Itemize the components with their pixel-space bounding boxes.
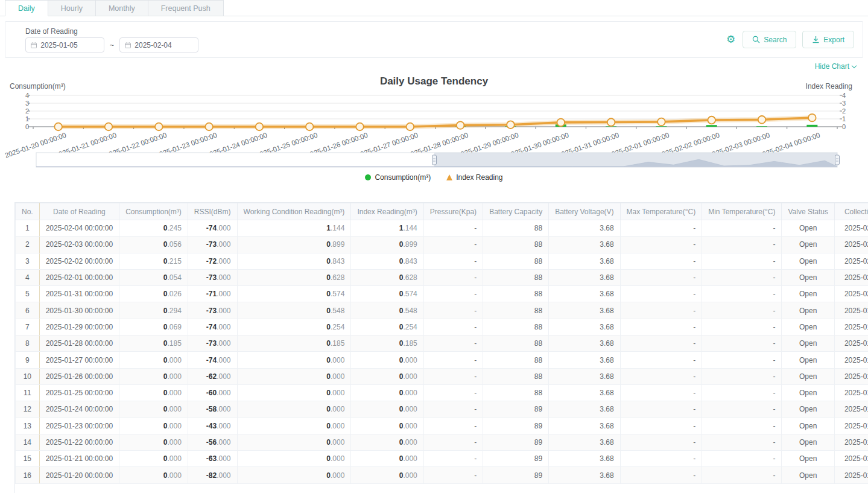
- datazoom-handle-right[interactable]: [835, 155, 840, 165]
- table-cell: -71.000: [188, 286, 237, 302]
- table-cell: 3.68: [549, 220, 620, 237]
- table-row: 142025-01-22 00:00:000.000-56.0000.0000.…: [16, 434, 868, 450]
- hide-chart-label: Hide Chart: [815, 62, 849, 71]
- table-cell: -62.000: [188, 368, 237, 384]
- table-cell: -: [423, 286, 483, 302]
- table-cell: 0.000: [119, 352, 188, 368]
- column-header: Battery Capacity: [483, 203, 549, 220]
- end-date-field[interactable]: [119, 37, 198, 52]
- table-cell: 2025-01-24 00:00:00: [39, 401, 119, 418]
- table-cell: -: [620, 434, 702, 450]
- export-button[interactable]: Export: [802, 31, 854, 48]
- tab-frequent-push[interactable]: Frequent Push: [148, 0, 224, 16]
- hide-chart-toggle[interactable]: Hide Chart: [815, 62, 856, 71]
- table-cell: 0.254: [237, 319, 351, 335]
- table-cell: Open: [782, 237, 834, 253]
- table-cell: 2025-02-04 00:00:00: [39, 220, 119, 237]
- daily-usage-chart: 00112233442025-01-20 00:00:002025-01-21 …: [0, 91, 868, 172]
- table-cell: 88: [483, 352, 549, 368]
- table-cell: -: [423, 319, 483, 335]
- column-header: RSSI(dBm): [188, 203, 237, 220]
- start-date-input[interactable]: [40, 41, 99, 49]
- table-cell: 2: [16, 237, 40, 253]
- table-cell: -: [702, 286, 782, 302]
- table-cell: 2025-02-03 10:: [834, 253, 868, 269]
- table-cell: -73.000: [188, 237, 237, 253]
- table-cell: 2025-01-31 10:: [834, 302, 868, 319]
- table-cell: 2025-01-27 00:00:00: [39, 352, 119, 368]
- table-cell: -58.000: [188, 401, 237, 418]
- tabs-bar: DailyHourlyMonthlyFrequent Push: [0, 0, 868, 16]
- gear-icon[interactable]: ⚙: [726, 34, 735, 45]
- table-cell: 2025-01-24 08:: [834, 418, 868, 434]
- search-button-label: Search: [764, 36, 787, 44]
- table-cell: -: [423, 253, 483, 269]
- table-cell: -60.000: [188, 384, 237, 401]
- end-date-input[interactable]: [135, 41, 193, 49]
- table-row: 82025-01-28 00:00:000.185-73.0000.1850.1…: [16, 336, 868, 352]
- legend-item-index-reading[interactable]: Index Reading: [446, 173, 502, 182]
- table-cell: -63.000: [188, 451, 237, 467]
- table-cell: 3.68: [549, 451, 620, 467]
- table-row: 152025-01-21 00:00:000.000-63.0000.0000.…: [16, 451, 868, 467]
- table-cell: 0.899: [237, 237, 351, 253]
- table-cell: -: [702, 269, 782, 285]
- table-cell: -: [702, 451, 782, 467]
- table-cell: -: [423, 368, 483, 384]
- table-cell: 16: [16, 467, 40, 483]
- left-axis-name: Consumption(m³): [10, 82, 66, 91]
- table-cell: 2025-01-21 00:00:00: [39, 451, 119, 467]
- table-cell: 2025-02-01 00:00:00: [39, 269, 119, 285]
- table-cell: 88: [483, 269, 549, 285]
- table-cell: 3.68: [549, 434, 620, 450]
- legend-triangle-icon: [446, 174, 452, 180]
- data-point-marker: [205, 123, 213, 131]
- table-cell: 0.000: [237, 434, 351, 450]
- table-cell: 2025-01-26 19:: [834, 384, 868, 401]
- table-cell: 9: [16, 352, 40, 368]
- chevron-down-icon: [852, 63, 857, 68]
- table-row: 22025-02-03 00:00:000.056-73.0000.8990.8…: [16, 237, 868, 253]
- table-cell: -: [702, 434, 782, 450]
- table-cell: 3.68: [549, 319, 620, 335]
- table-cell: -: [620, 418, 702, 434]
- table-cell: 2025-01-25 00:00:00: [39, 384, 119, 401]
- tab-monthly[interactable]: Monthly: [96, 0, 148, 16]
- data-point-marker: [155, 123, 163, 131]
- table-cell: -: [423, 451, 483, 467]
- table-cell: 8: [16, 336, 40, 352]
- table-cell: 89: [483, 418, 549, 434]
- datazoom-selected-range[interactable]: [434, 153, 837, 167]
- table-cell: 2025-01-30 12:: [834, 319, 868, 335]
- start-date-field[interactable]: [25, 37, 104, 52]
- tab-hourly[interactable]: Hourly: [48, 0, 96, 16]
- search-button[interactable]: Search: [743, 31, 796, 48]
- table-cell: 0.000: [351, 467, 423, 483]
- table-cell: Open: [782, 401, 834, 418]
- data-point-marker: [356, 123, 364, 131]
- table-cell: 3.68: [549, 467, 620, 483]
- tab-daily[interactable]: Daily: [5, 0, 48, 16]
- legend-label: Index Reading: [456, 173, 502, 182]
- table-cell: -43.000: [188, 418, 237, 434]
- table-cell: 0.548: [351, 302, 423, 319]
- table-cell: -73.000: [188, 302, 237, 319]
- table-cell: 5: [16, 286, 40, 302]
- table-cell: 89: [483, 401, 549, 418]
- table-cell: -: [702, 368, 782, 384]
- table-cell: 0.254: [351, 319, 423, 335]
- data-point-marker: [306, 123, 314, 131]
- table-cell: 2025-01-28 18:: [834, 352, 868, 368]
- column-header: Pressure(Kpa): [423, 203, 483, 220]
- data-point-marker: [758, 116, 766, 124]
- data-point-marker: [256, 123, 264, 131]
- table-cell: 0.000: [119, 384, 188, 401]
- table-cell: 2025-01-29 01:: [834, 336, 868, 352]
- legend-item-consumption[interactable]: Consumption(m³): [365, 173, 431, 182]
- table-cell: 0.185: [119, 336, 188, 352]
- datazoom-handle-left[interactable]: [432, 155, 437, 165]
- table-cell: -: [702, 319, 782, 335]
- table-cell: 0.899: [351, 237, 423, 253]
- date-range-separator: ~: [110, 41, 114, 49]
- table-cell: 2025-02-01 04:: [834, 286, 868, 302]
